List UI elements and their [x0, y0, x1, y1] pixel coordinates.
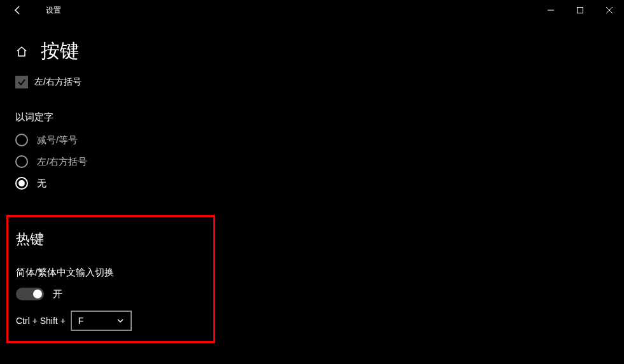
- radio-label: 减号/等号: [37, 134, 78, 146]
- hotkey-combo-row: Ctrl + Shift + F: [16, 311, 206, 331]
- svg-rect-0: [578, 8, 583, 13]
- minimize-icon: [548, 7, 554, 13]
- brackets-checkbox-row[interactable]: 左/右方括号: [15, 76, 609, 88]
- switch-label: 简体/繁体中文输入切换: [16, 267, 206, 279]
- window-title: 设置: [46, 5, 61, 16]
- radio-button[interactable]: [15, 134, 28, 146]
- radio-option-minus-equals[interactable]: 减号/等号: [15, 134, 609, 146]
- toggle-knob: [33, 290, 42, 298]
- brackets-checkbox-label: 左/右方括号: [34, 76, 82, 88]
- hotkey-prefix: Ctrl + Shift +: [16, 316, 66, 326]
- page-header: 按键: [15, 38, 609, 64]
- back-arrow-icon: [13, 5, 23, 15]
- toggle-state-label: 开: [53, 288, 62, 300]
- radio-label: 左/右方括号: [37, 156, 87, 168]
- hotkey-dropdown[interactable]: F: [71, 311, 132, 331]
- back-button[interactable]: [8, 0, 28, 20]
- radio-button[interactable]: [15, 177, 28, 190]
- page-title: 按键: [41, 38, 79, 64]
- window-controls: [536, 0, 624, 20]
- titlebar: 设置: [0, 0, 624, 20]
- maximize-button[interactable]: [565, 0, 595, 20]
- content-area: 按键 左/右方括号 以词定字 减号/等号 左/右方括号 无 热键 简体/繁体中文…: [0, 20, 624, 343]
- hotkey-section-title: 热键: [16, 230, 206, 249]
- word-select-label: 以词定字: [15, 111, 609, 123]
- radio-option-none[interactable]: 无: [15, 177, 609, 190]
- radio-option-brackets[interactable]: 左/右方括号: [15, 155, 609, 168]
- switch-toggle[interactable]: [16, 288, 44, 300]
- home-icon[interactable]: [15, 45, 28, 58]
- check-icon: [17, 78, 26, 87]
- close-button[interactable]: [595, 0, 624, 20]
- dropdown-value: F: [78, 316, 117, 326]
- brackets-checkbox[interactable]: [15, 76, 28, 88]
- radio-label: 无: [37, 178, 46, 190]
- maximize-icon: [577, 7, 583, 13]
- radio-button[interactable]: [15, 155, 28, 168]
- minimize-button[interactable]: [536, 0, 565, 20]
- close-icon: [606, 7, 613, 13]
- word-select-radio-group: 减号/等号 左/右方括号 无: [15, 134, 609, 190]
- hotkey-section-highlight: 热键 简体/繁体中文输入切换 开 Ctrl + Shift + F: [6, 215, 215, 343]
- toggle-row: 开: [16, 288, 206, 300]
- chevron-down-icon: [117, 317, 124, 325]
